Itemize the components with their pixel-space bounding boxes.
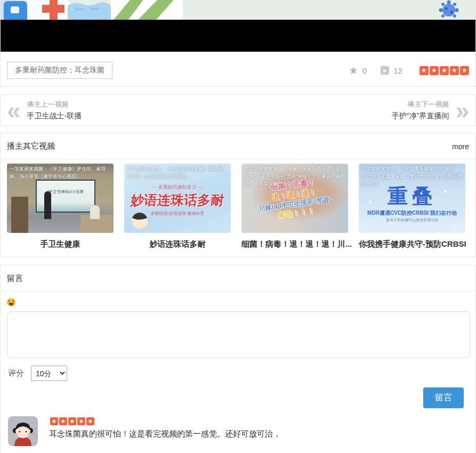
rating-star-icon: ★ [77, 417, 85, 425]
score-select[interactable]: 10分 [31, 366, 67, 381]
thumb-caption: 二等奖获奖视频：《细菌！病毒！退！退！退！川妹rap手卫生洗手“咒语”来啦！！》… [244, 166, 345, 188]
video-thumb-item[interactable]: 二等奖获奖视频：《细菌！病毒！退！退！退！川妹rap手卫生洗手“咒语”来啦！！》… [241, 164, 348, 249]
podium-shape [11, 197, 28, 233]
video-stats: ★ 0 ▶ 12 ★ ★ ★ ★ ★ [349, 65, 469, 76]
other-videos-heading: 播主其它视频 [7, 141, 55, 151]
video-thumb-item[interactable]: 三等奖获奖视频：《妙语连珠话多耐》周峻云、李亚珞（东部战区空军医院） — 多重耐… [124, 164, 231, 249]
next-video-link[interactable]: 播主下一视频 手护“净”界直播间 » [392, 100, 469, 121]
video-player[interactable] [1, 0, 475, 52]
rating-star-icon: ★ [460, 66, 469, 75]
rating-star-icon: ★ [68, 417, 76, 425]
video-thumb-item[interactable]: 三等奖获奖视频：《你我携手健康共守-预防CRBSI》孟鑫、童鑫（复旦大学附属中山… [359, 164, 465, 249]
video-title[interactable]: 手卫生健康 [7, 239, 114, 249]
rating-star-icon: ★ [50, 417, 58, 425]
other-videos-panel: 播主其它视频 more 一等奖获奖视频：《手卫健康》罗佳欣、蒋羽婷、汤小萍等（遂… [0, 133, 476, 257]
comments-body: 评分 10分 留言 [1, 292, 475, 446]
video-thumbnail[interactable]: 一等奖获奖视频：《手卫健康》罗佳欣、蒋羽婷、汤小萍等（遂宁市中心医院） “手卫”… [7, 164, 114, 233]
video-player-panel: 多重耐药菌防控；耳念珠菌 ★ 0 ▶ 12 ★ ★ ★ ★ ★ [0, 0, 476, 87]
sitter-shape [90, 205, 100, 219]
thumbnail-row: 一等奖获奖视频：《手卫健康》罗佳欣、蒋羽婷、汤小萍等（遂宁市中心医院） “手卫”… [1, 159, 475, 249]
presenter-shape [44, 191, 51, 219]
play-count-icon: ▶ [381, 66, 389, 75]
prev-video-label: 播主上一视频 [27, 100, 82, 109]
comments-panel: 留言 评分 10分 留言 [0, 265, 476, 453]
rating-star-icon: ★ [450, 66, 459, 75]
comments-header: 留言 [1, 265, 475, 292]
video-thumbnail[interactable]: 二等奖获奖视频：《细菌！病毒！退！退！退！川妹rap手卫生洗手“咒语”来啦！！》… [241, 164, 348, 233]
prev-video-title: 手卫生战士-联播 [27, 111, 82, 121]
rating-star-icon: ★ [59, 417, 67, 425]
comment-rating-stars: ★ ★ ★ ★ ★ [49, 417, 281, 425]
chevron-left-icon: « [7, 101, 21, 120]
comments-heading: 留言 [7, 273, 23, 284]
video-meta-row: 多重耐药菌防控；耳念珠菌 ★ 0 ▶ 12 ★ ★ ★ ★ ★ [1, 52, 475, 86]
favorite-count: 0 [362, 66, 367, 75]
commenter-avatar [8, 416, 38, 446]
score-row: 评分 10分 [8, 366, 469, 381]
comment-text: 耳念珠菌真的很可怕！这是看完视频的第一感觉。还好可放可治， [49, 429, 281, 439]
more-link[interactable]: more [452, 142, 469, 151]
comment-textarea[interactable] [7, 311, 470, 358]
rating-star-icon: ★ [430, 66, 439, 75]
prev-video-link[interactable]: « 播主上一视频 手卫生战士-联播 [7, 100, 82, 121]
video-frame-illustration [1, 0, 475, 20]
video-title[interactable]: 你我携手健康共守-预防CRBSI [359, 239, 465, 249]
video-thumbnail[interactable]: 三等奖获奖视频：《你我携手健康共守-预防CRBSI》孟鑫、童鑫（复旦大学附属中山… [359, 164, 465, 233]
rating-star-icon: ★ [440, 66, 449, 75]
next-video-title: 手护“净”界直播间 [392, 111, 449, 121]
video-thumb-item[interactable]: 一等奖获奖视频：《手卫健康》罗佳欣、蒋羽婷、汤小萍等（遂宁市中心医院） “手卫”… [7, 164, 114, 249]
rating-star-icon: ★ [86, 417, 94, 425]
view-count: 12 [393, 66, 402, 75]
comment-entry: ★ ★ ★ ★ ★ 耳念珠菌真的很可怕！这是看完视频的第一感觉。还好可放可治， [8, 416, 469, 446]
thumb-caption: 三等奖获奖视频：《你我携手健康共守-预防CRBSI》孟鑫、童鑫（复旦大学附属中山… [361, 166, 463, 188]
video-thumbnail[interactable]: 三等奖获奖视频：《妙语连珠话多耐》周峻云、李亚珞（东部战区空军医院） — 多重耐… [124, 164, 231, 233]
rating-star-icon: ★ [419, 66, 429, 75]
thumb-caption: 一等奖获奖视频：《手卫健康》罗佳欣、蒋羽婷、汤小萍等（遂宁市中心医院） [10, 166, 111, 181]
video-title[interactable]: 妙语连珠话多耐 [124, 239, 231, 249]
thumb-caption: 三等奖获奖视频：《妙语连珠话多耐》周峻云、李亚珞（东部战区空军医院） [127, 166, 228, 181]
emoji-picker-icon[interactable] [7, 298, 15, 306]
other-videos-header: 播主其它视频 more [1, 133, 475, 159]
prev-next-nav: « 播主上一视频 手卫生战士-联播 播主下一视频 手护“净”界直播间 » [0, 94, 476, 126]
doctor-cartoon-shape [132, 213, 148, 229]
video-tag[interactable]: 多重耐药菌防控；耳念珠菌 [7, 62, 112, 79]
favorite-star-icon[interactable]: ★ [349, 65, 358, 76]
chevron-right-icon: » [455, 101, 469, 120]
submit-comment-button[interactable]: 留言 [423, 387, 464, 408]
video-rating-stars: ★ ★ ★ ★ ★ [418, 66, 469, 75]
video-title[interactable]: 细菌！病毒！退！退！退！川... [241, 239, 348, 249]
next-video-label: 播主下一视频 [392, 100, 449, 109]
score-label: 评分 [8, 368, 24, 378]
